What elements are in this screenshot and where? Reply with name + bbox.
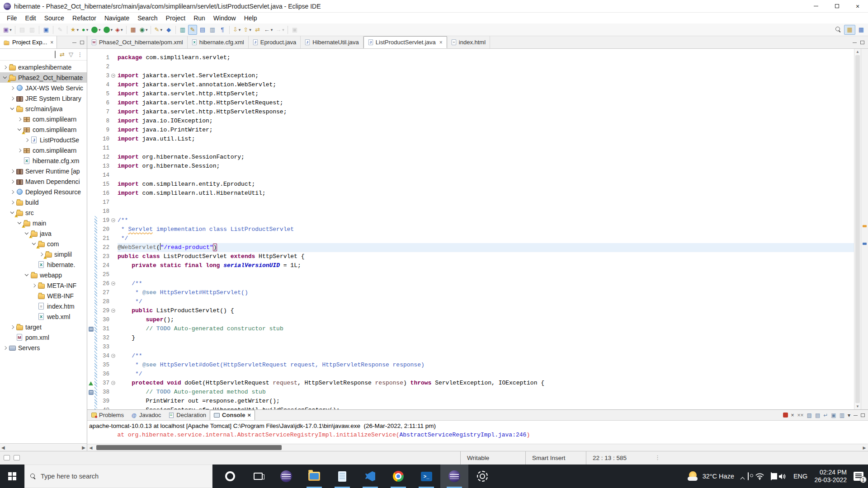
weather-widget[interactable]: 32°C Haze [688, 471, 734, 482]
pin-console-button[interactable]: ▣ [831, 412, 836, 418]
editor-tab-phase2-oct-hibernate-pom-xml[interactable]: MPhase2_Oct_hibernate/pom.xml [87, 36, 188, 48]
editor-vscrollbar[interactable]: ▲ ▼ [854, 49, 861, 409]
fold-column[interactable] [111, 306, 118, 315]
code-line-17[interactable]: 17 [87, 198, 854, 207]
remove-launch-button[interactable]: × [791, 412, 794, 418]
chevron-right-icon[interactable] [9, 97, 15, 100]
new-resource-button[interactable]: ✎▾ [153, 25, 163, 35]
code-line-2[interactable]: 2 [87, 62, 854, 71]
taskbar-app-notepad[interactable] [328, 465, 356, 488]
tree-item-java[interactable]: java [0, 228, 87, 239]
taskbar-app-opera[interactable] [216, 465, 244, 488]
chevron-right-icon[interactable] [9, 180, 15, 183]
show-whitespace-button[interactable]: ¶ [218, 25, 227, 35]
overview-ruler[interactable] [861, 49, 868, 409]
chevron-right-icon[interactable] [9, 87, 15, 89]
code-line-36[interactable]: 36 */ [87, 370, 854, 379]
menu-navigate[interactable]: Navigate [100, 14, 133, 23]
cast-icon[interactable] [748, 473, 749, 480]
display-selected-console-button[interactable]: ▥ [840, 412, 844, 418]
tree-item-src[interactable]: src [0, 207, 87, 218]
dropdown-caret-icon[interactable]: ▾ [99, 28, 101, 32]
chevron-right-icon[interactable] [31, 284, 37, 287]
tree-item-web-inf[interactable]: WEB-INF [0, 291, 87, 301]
dropdown-caret-icon[interactable]: ▾ [239, 28, 241, 32]
word-wrap-button[interactable]: ↵ [823, 412, 828, 418]
fold-column[interactable] [111, 71, 118, 80]
open-console-view-button[interactable]: ▣ [42, 25, 51, 35]
scroll-right-icon[interactable]: ▶ [861, 444, 868, 451]
taskbar-app-chrome[interactable] [384, 465, 412, 488]
next-annotation-button[interactable]: ⇩▾ [232, 25, 241, 35]
open-console-button[interactable]: ▾ [848, 412, 850, 418]
console-tab-problems[interactable]: Problems [87, 410, 127, 420]
fold-column[interactable] [111, 352, 118, 361]
tree-item-main[interactable]: main [0, 218, 87, 228]
code-line-23[interactable]: 23public class ListProductServlet extend… [87, 252, 854, 261]
code-editor[interactable]: 1package com.simplilearn.servlet;23impor… [87, 49, 868, 409]
ruler-mark[interactable] [863, 225, 867, 227]
tree-item-com-simplilearn[interactable]: com.simplilearn [0, 124, 87, 135]
code-line-6[interactable]: 6import jakarta.servlet.http.HttpServlet… [87, 99, 854, 108]
minimize-editor-icon[interactable] [853, 42, 857, 43]
menu-project[interactable]: Project [162, 14, 190, 23]
taskbar-app-eclipse[interactable] [272, 465, 300, 488]
editor-tab-listproductservlet-java[interactable]: JListProductServlet.java× [363, 36, 447, 48]
maximize-button[interactable] [826, 0, 847, 13]
previous-annotation-button[interactable]: ⇧▾ [242, 25, 252, 35]
debug-button[interactable]: ●▾ [80, 25, 90, 35]
code-line-9[interactable]: 9import java.io.PrintWriter; [87, 126, 854, 135]
code-line-21[interactable]: 21 */ [87, 234, 854, 243]
chevron-down-icon[interactable] [31, 243, 37, 244]
battery-icon[interactable] [771, 473, 772, 480]
tree-item-exampleshibernate[interactable]: exampleshibernate [0, 62, 87, 72]
code-line-27[interactable]: 27 * @see HttpServlet#HttpServlet() [87, 288, 854, 297]
new-wizard-button[interactable]: ▣▾ [2, 25, 13, 35]
tree-item-jax-ws-web-servic[interactable]: JAX-WS Web Servic [0, 83, 87, 93]
menu-edit[interactable]: Edit [21, 14, 40, 23]
ruler-mark[interactable] [863, 243, 867, 245]
chevron-right-icon[interactable] [9, 326, 15, 328]
taskbar-app-powershell[interactable]: >_ [412, 465, 440, 488]
minimize-view-icon[interactable] [72, 42, 76, 43]
dropdown-caret-icon[interactable]: ▾ [160, 28, 162, 32]
code-line-16[interactable]: 16import com.simplilearn.util.HibernateU… [87, 189, 854, 198]
clear-console-button[interactable]: ▧ [807, 412, 812, 418]
tree-item-meta-inf[interactable]: META-INF [0, 280, 87, 291]
maximize-button[interactable] [861, 413, 865, 417]
code-line-31[interactable]: 31 // TODO Auto-generated constructor st… [87, 324, 854, 333]
last-edit-location-button[interactable]: ⇄ [253, 25, 262, 35]
new-ejb-button[interactable]: ▦ [129, 25, 138, 35]
scroll-up-icon[interactable]: ▲ [854, 49, 861, 55]
tree-item-deployed-resource[interactable]: Deployed Resource [0, 187, 87, 197]
taskbar-search-input[interactable]: Type here to search [24, 465, 212, 488]
code-line-38[interactable]: 38 // TODO Auto-generated method stub [87, 388, 854, 397]
code-line-26[interactable]: 26 /** [87, 279, 854, 288]
taskbar-app-settings[interactable] [468, 465, 496, 488]
code-line-32[interactable]: 32 } [87, 333, 854, 343]
stacktrace-link[interactable]: AbstractServiceRegistryImpl.java:246 [400, 432, 527, 438]
code-line-25[interactable]: 25 [87, 270, 854, 279]
link-with-editor-button[interactable]: ⇄ [60, 51, 65, 58]
code-line-8[interactable]: 8import java.io.IOException; [87, 117, 854, 126]
tree-item-simplil[interactable]: simplil [0, 249, 87, 259]
maximize-editor-icon[interactable] [860, 41, 864, 44]
close-tab-icon[interactable]: × [439, 39, 443, 46]
minimize-button[interactable] [854, 415, 858, 416]
code-line-5[interactable]: 5import jakarta.servlet.http.HttpServlet… [87, 89, 854, 99]
code-line-15[interactable]: 15import com.simplilearn.entity.Eproduct… [87, 180, 854, 189]
chevron-right-icon[interactable] [9, 201, 15, 204]
outline-view-button[interactable]: ▥ [208, 25, 217, 35]
chevron-down-icon[interactable] [9, 108, 15, 109]
menu-run[interactable]: Run [189, 14, 209, 23]
dropdown-caret-icon[interactable]: ▾ [9, 28, 12, 32]
code-line-13[interactable]: 13import org.hibernate.Session; [87, 162, 854, 171]
code-line-37[interactable]: 37 protected void doGet(HttpServletReque… [87, 379, 854, 388]
tree-item-com-simplilearn[interactable]: com.simplilearn [0, 145, 87, 155]
taskbar-app-vscode[interactable] [356, 465, 384, 488]
scroll-right-icon[interactable]: ▶ [82, 445, 85, 450]
fold-column[interactable] [111, 216, 118, 225]
code-line-19[interactable]: 19/** [87, 216, 854, 225]
close-button[interactable]: × [847, 0, 868, 13]
start-button[interactable] [0, 465, 24, 488]
